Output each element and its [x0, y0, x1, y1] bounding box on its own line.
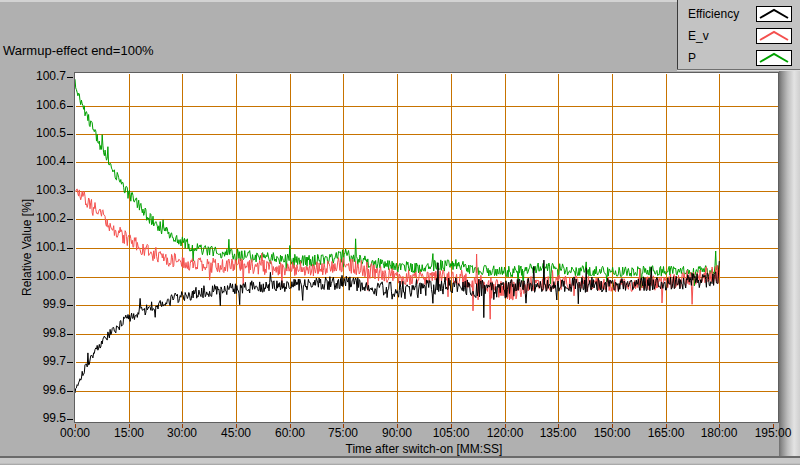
legend-label-ev: E_v: [688, 29, 709, 43]
graph-title: Warmup-effect end=100%: [3, 43, 154, 58]
line-sample-icon[interactable]: [756, 6, 792, 22]
plot-legend: Efficiency E_v P: [677, 0, 800, 69]
legend-item-efficiency[interactable]: Efficiency: [678, 3, 800, 25]
x-axis-title: Time after switch-on [MM:SS]: [274, 442, 574, 456]
labview-graph-window: Warmup-effect end=100% Efficiency E_v P …: [0, 0, 800, 465]
line-sample-icon[interactable]: [756, 50, 792, 66]
legend-label-efficiency: Efficiency: [688, 7, 739, 21]
line-sample-icon[interactable]: [756, 28, 792, 44]
plot-area: [0, 0, 800, 465]
window-bottom-bevel: [0, 456, 800, 465]
legend-item-ev[interactable]: E_v: [678, 25, 800, 47]
plot-frame: [75, 73, 779, 423]
legend-label-p: P: [688, 51, 696, 65]
y-axis-title: Relative Value [%]: [20, 72, 36, 422]
legend-item-p[interactable]: P: [678, 47, 800, 69]
